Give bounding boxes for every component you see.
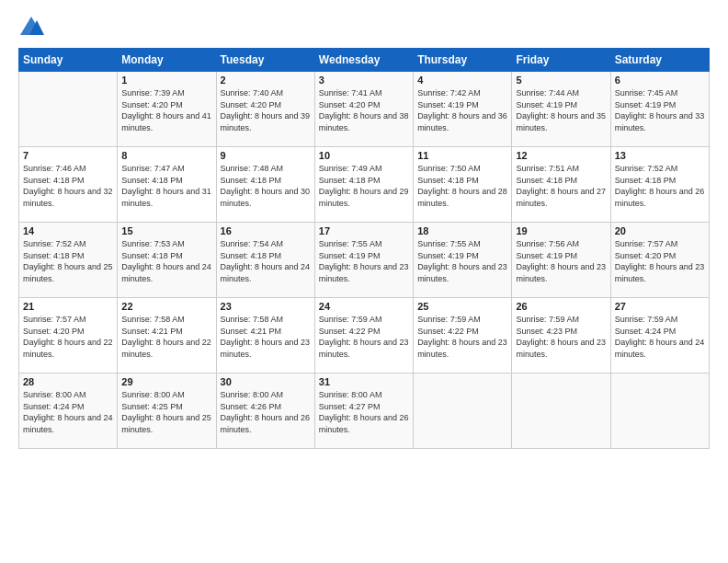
day-number: 14 (23, 225, 113, 236)
day-number: 1 (121, 75, 211, 86)
calendar-table: SundayMondayTuesdayWednesdayThursdayFrid… (18, 48, 710, 449)
day-number: 19 (516, 225, 606, 236)
calendar-cell (414, 373, 512, 449)
day-number: 21 (23, 301, 113, 312)
day-number: 10 (319, 150, 409, 161)
calendar-cell: 17Sunrise: 7:55 AMSunset: 4:19 PMDayligh… (314, 223, 413, 298)
day-info: Sunrise: 7:57 AMSunset: 4:20 PMDaylight:… (23, 314, 113, 360)
week-row-3: 14Sunrise: 7:52 AMSunset: 4:18 PMDayligh… (19, 223, 710, 298)
day-number: 2 (221, 75, 311, 86)
day-info: Sunrise: 7:55 AMSunset: 4:19 PMDaylight:… (417, 238, 507, 284)
calendar-cell: 29Sunrise: 8:00 AMSunset: 4:25 PMDayligh… (118, 373, 216, 449)
week-row-5: 28Sunrise: 8:00 AMSunset: 4:24 PMDayligh… (19, 373, 710, 449)
day-info: Sunrise: 7:59 AMSunset: 4:23 PMDaylight:… (516, 314, 606, 360)
day-number: 7 (23, 150, 113, 161)
calendar-cell: 6Sunrise: 7:45 AMSunset: 4:19 PMDaylight… (610, 72, 709, 147)
calendar-cell: 3Sunrise: 7:41 AMSunset: 4:20 PMDaylight… (314, 72, 413, 147)
day-info: Sunrise: 7:58 AMSunset: 4:21 PMDaylight:… (121, 314, 211, 360)
calendar-cell: 9Sunrise: 7:48 AMSunset: 4:18 PMDaylight… (216, 147, 314, 223)
week-row-2: 7Sunrise: 7:46 AMSunset: 4:18 PMDaylight… (19, 147, 710, 223)
calendar-cell: 14Sunrise: 7:52 AMSunset: 4:18 PMDayligh… (19, 223, 118, 298)
day-info: Sunrise: 7:44 AMSunset: 4:19 PMDaylight:… (516, 87, 606, 133)
calendar-cell: 16Sunrise: 7:54 AMSunset: 4:18 PMDayligh… (216, 223, 314, 298)
calendar-cell: 18Sunrise: 7:55 AMSunset: 4:19 PMDayligh… (414, 223, 512, 298)
calendar-cell: 19Sunrise: 7:56 AMSunset: 4:19 PMDayligh… (512, 223, 610, 298)
calendar-cell (512, 373, 610, 449)
day-info: Sunrise: 7:59 AMSunset: 4:22 PMDaylight:… (319, 314, 409, 360)
day-number: 9 (221, 150, 311, 161)
day-number: 22 (121, 301, 211, 312)
calendar-cell: 31Sunrise: 8:00 AMSunset: 4:27 PMDayligh… (314, 373, 413, 449)
header-day-wednesday: Wednesday (314, 49, 413, 72)
day-info: Sunrise: 8:00 AMSunset: 4:26 PMDaylight:… (221, 389, 311, 435)
calendar-cell: 20Sunrise: 7:57 AMSunset: 4:20 PMDayligh… (610, 223, 709, 298)
calendar-cell: 7Sunrise: 7:46 AMSunset: 4:18 PMDaylight… (19, 147, 118, 223)
day-number: 28 (23, 376, 113, 387)
day-number: 23 (221, 301, 311, 312)
day-number: 12 (516, 150, 606, 161)
week-row-1: 1Sunrise: 7:39 AMSunset: 4:20 PMDaylight… (19, 72, 710, 147)
day-info: Sunrise: 7:46 AMSunset: 4:18 PMDaylight:… (23, 163, 113, 209)
calendar-cell: 1Sunrise: 7:39 AMSunset: 4:20 PMDaylight… (118, 72, 216, 147)
calendar-cell: 5Sunrise: 7:44 AMSunset: 4:19 PMDaylight… (512, 72, 610, 147)
calendar-cell (19, 72, 118, 147)
day-info: Sunrise: 8:00 AMSunset: 4:24 PMDaylight:… (23, 389, 113, 435)
day-info: Sunrise: 7:52 AMSunset: 4:18 PMDaylight:… (23, 238, 113, 284)
calendar-cell: 4Sunrise: 7:42 AMSunset: 4:19 PMDaylight… (414, 72, 512, 147)
day-number: 3 (319, 75, 409, 86)
day-number: 27 (615, 301, 705, 312)
day-info: Sunrise: 7:57 AMSunset: 4:20 PMDaylight:… (615, 238, 705, 284)
calendar-cell: 21Sunrise: 7:57 AMSunset: 4:20 PMDayligh… (19, 298, 118, 373)
logo (18, 15, 46, 40)
calendar-cell: 23Sunrise: 7:58 AMSunset: 4:21 PMDayligh… (216, 298, 314, 373)
calendar-cell: 2Sunrise: 7:40 AMSunset: 4:20 PMDaylight… (216, 72, 314, 147)
calendar-cell: 12Sunrise: 7:51 AMSunset: 4:18 PMDayligh… (512, 147, 610, 223)
day-info: Sunrise: 7:59 AMSunset: 4:24 PMDaylight:… (615, 314, 705, 360)
header-day-friday: Friday (512, 49, 610, 72)
day-number: 26 (516, 301, 606, 312)
header-row: SundayMondayTuesdayWednesdayThursdayFrid… (19, 49, 710, 72)
calendar-cell: 25Sunrise: 7:59 AMSunset: 4:22 PMDayligh… (414, 298, 512, 373)
calendar-cell: 24Sunrise: 7:59 AMSunset: 4:22 PMDayligh… (314, 298, 413, 373)
day-info: Sunrise: 8:00 AMSunset: 4:25 PMDaylight:… (121, 389, 211, 435)
day-info: Sunrise: 7:58 AMSunset: 4:21 PMDaylight:… (221, 314, 311, 360)
header-day-thursday: Thursday (414, 49, 512, 72)
day-info: Sunrise: 7:53 AMSunset: 4:18 PMDaylight:… (121, 238, 211, 284)
day-info: Sunrise: 7:40 AMSunset: 4:20 PMDaylight:… (221, 87, 311, 133)
calendar-cell: 27Sunrise: 7:59 AMSunset: 4:24 PMDayligh… (610, 298, 709, 373)
day-number: 24 (319, 301, 409, 312)
calendar-cell: 15Sunrise: 7:53 AMSunset: 4:18 PMDayligh… (118, 223, 216, 298)
day-info: Sunrise: 7:54 AMSunset: 4:18 PMDaylight:… (221, 238, 311, 284)
day-info: Sunrise: 7:42 AMSunset: 4:19 PMDaylight:… (417, 87, 507, 133)
calendar-cell: 8Sunrise: 7:47 AMSunset: 4:18 PMDaylight… (118, 147, 216, 223)
calendar-cell: 28Sunrise: 8:00 AMSunset: 4:24 PMDayligh… (19, 373, 118, 449)
day-number: 11 (417, 150, 507, 161)
day-number: 15 (121, 225, 211, 236)
day-number: 17 (319, 225, 409, 236)
header-day-sunday: Sunday (19, 49, 118, 72)
day-info: Sunrise: 7:59 AMSunset: 4:22 PMDaylight:… (417, 314, 507, 360)
logo-icon (18, 15, 44, 40)
day-number: 8 (121, 150, 211, 161)
day-number: 16 (221, 225, 311, 236)
day-info: Sunrise: 7:49 AMSunset: 4:18 PMDaylight:… (319, 163, 409, 209)
calendar-cell: 22Sunrise: 7:58 AMSunset: 4:21 PMDayligh… (118, 298, 216, 373)
day-info: Sunrise: 7:47 AMSunset: 4:18 PMDaylight:… (121, 163, 211, 209)
calendar-page: SundayMondayTuesdayWednesdayThursdayFrid… (0, 0, 728, 563)
day-info: Sunrise: 7:52 AMSunset: 4:18 PMDaylight:… (615, 163, 705, 209)
day-info: Sunrise: 7:56 AMSunset: 4:19 PMDaylight:… (516, 238, 606, 284)
header (18, 15, 710, 40)
day-number: 25 (417, 301, 507, 312)
week-row-4: 21Sunrise: 7:57 AMSunset: 4:20 PMDayligh… (19, 298, 710, 373)
calendar-cell: 10Sunrise: 7:49 AMSunset: 4:18 PMDayligh… (314, 147, 413, 223)
day-number: 20 (615, 225, 705, 236)
header-day-monday: Monday (118, 49, 216, 72)
calendar-cell: 26Sunrise: 7:59 AMSunset: 4:23 PMDayligh… (512, 298, 610, 373)
day-number: 18 (417, 225, 507, 236)
calendar-cell: 30Sunrise: 8:00 AMSunset: 4:26 PMDayligh… (216, 373, 314, 449)
day-info: Sunrise: 7:50 AMSunset: 4:18 PMDaylight:… (417, 163, 507, 209)
day-number: 13 (615, 150, 705, 161)
day-number: 6 (615, 75, 705, 86)
header-day-saturday: Saturday (610, 49, 709, 72)
day-number: 29 (121, 376, 211, 387)
